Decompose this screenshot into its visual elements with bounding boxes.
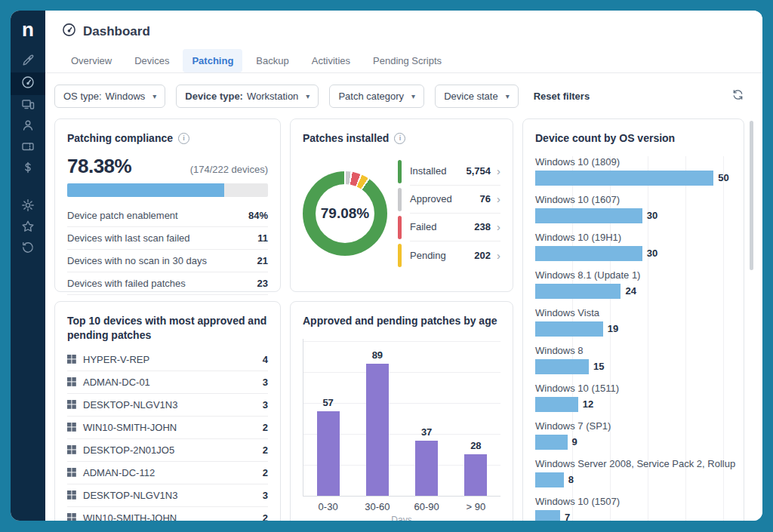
page-title: Dashboard xyxy=(83,24,150,39)
sidebar-item-billing[interactable] xyxy=(11,158,45,180)
device-row[interactable]: WIN10-SMITH-JOHN 2 xyxy=(67,417,268,439)
device-count: 2 xyxy=(263,444,268,456)
device-count: 2 xyxy=(263,467,268,478)
info-icon[interactable]: i xyxy=(178,133,189,144)
device-state-dropdown[interactable]: Device state ▾ xyxy=(435,85,519,108)
device-name: WIN10-SMITH-JOHN xyxy=(83,422,263,433)
os-bar-group: Windows 10 (1511) 12 xyxy=(535,383,731,412)
sidebar-item-users[interactable] xyxy=(11,116,45,137)
sidebar: n xyxy=(11,11,45,521)
rocket-icon xyxy=(21,54,35,70)
os-bar-group: Windows 10 (1607) 30 xyxy=(535,194,731,223)
sidebar-item-tickets[interactable] xyxy=(11,137,45,158)
page-header: Dashboard Overview Devices Patching Back… xyxy=(45,11,762,72)
patch-category-label: Patch category xyxy=(338,91,404,102)
sidebar-item-favorites[interactable] xyxy=(11,217,45,238)
chevron-down-icon: ▾ xyxy=(411,92,415,100)
os-value: 7 xyxy=(565,512,570,521)
legend-label: Pending xyxy=(410,250,474,261)
os-bar-group: Windows Vista 19 xyxy=(535,307,731,337)
os-bar xyxy=(535,510,560,521)
sidebar-item-settings[interactable] xyxy=(11,196,45,217)
os-bar-group: Windows 7 (SP1) 9 xyxy=(535,420,731,450)
device-count: 3 xyxy=(263,377,268,388)
sidebar-item-getting-started[interactable] xyxy=(11,51,45,72)
age-bar-group: 28 xyxy=(454,339,497,496)
stat-row: Device patch enablement 84% xyxy=(67,204,268,227)
bar-value: 57 xyxy=(322,397,333,408)
legend-row-approved[interactable]: Approved 76 › xyxy=(398,186,500,214)
device-row[interactable]: ADMAN-DC-112 2 xyxy=(67,462,268,484)
os-value: 24 xyxy=(625,285,636,297)
history-icon xyxy=(21,241,35,257)
device-row[interactable]: DESKTOP-NLGV1N3 3 xyxy=(67,394,268,417)
device-count-title: Device count by OS version xyxy=(535,131,675,146)
bar-value: 28 xyxy=(470,440,481,451)
legend-row-installed[interactable]: Installed 5,754 › xyxy=(398,158,500,186)
device-row[interactable]: DESKTOP-2N01JO5 2 xyxy=(67,439,268,462)
stat-row: Devices with failed patches 23 xyxy=(67,272,268,295)
page-scrollbar-thumb[interactable] xyxy=(750,121,753,270)
age-bar-group: 89 xyxy=(356,339,399,496)
legend-row-pending[interactable]: Pending 202 › xyxy=(398,241,500,269)
chevron-down-icon: ▾ xyxy=(506,92,510,100)
os-label: Windows 10 (19H1) xyxy=(535,232,731,243)
donut-center-label: 79.08% xyxy=(303,171,387,256)
refresh-icon[interactable] xyxy=(731,88,744,104)
age-axis-ticks: 0-30 30-60 60-90 > 90 xyxy=(303,501,500,512)
chevron-down-icon: ▾ xyxy=(306,92,310,100)
os-type-dropdown[interactable]: OS type: Windows ▾ xyxy=(54,85,165,108)
tab-overview[interactable]: Overview xyxy=(62,49,121,72)
legend-row-failed[interactable]: Failed 238 › xyxy=(398,214,500,241)
device-name: HYPER-V-REP xyxy=(83,354,263,365)
device-row[interactable]: HYPER-V-REP 4 xyxy=(67,349,268,371)
device-row[interactable]: WIN10-SMITH-JOHN 2 xyxy=(67,507,268,521)
info-icon[interactable]: i xyxy=(394,133,405,144)
tab-devices[interactable]: Devices xyxy=(125,49,178,72)
os-bar xyxy=(535,359,589,374)
dashboard-title-icon xyxy=(62,23,76,40)
axis-tick: 0-30 xyxy=(307,501,350,512)
os-label: Windows Server 2008, Service Pack 2, Rol… xyxy=(535,458,731,469)
stat-value: 11 xyxy=(257,232,268,244)
sidebar-item-dashboard[interactable] xyxy=(11,72,45,95)
patches-installed-title: Patches installed xyxy=(303,131,389,146)
top-devices-list: HYPER-V-REP 4 ADMAN-DC-01 3 DESKTOP-NLGV… xyxy=(67,349,268,521)
os-bar xyxy=(535,208,642,223)
patches-installed-card: Patches installed i 79.08% Installed 5,7… xyxy=(290,118,513,292)
stat-label: Devices with failed patches xyxy=(67,278,186,289)
legend-label: Failed xyxy=(410,221,474,232)
windows-logo-icon xyxy=(67,490,76,500)
os-bar-group: Windows Server 2008, Service Pack 2, Rol… xyxy=(535,458,731,487)
reset-filters-button[interactable]: Reset filters xyxy=(534,91,590,102)
device-row[interactable]: ADMAN-DC-01 3 xyxy=(67,371,268,394)
dashboard-gauge-icon xyxy=(21,75,35,92)
star-icon xyxy=(21,220,35,236)
legend-color-bar xyxy=(398,244,402,267)
tab-backup[interactable]: Backup xyxy=(247,49,297,72)
compliance-progress-bar xyxy=(67,183,268,197)
tab-patching[interactable]: Patching xyxy=(183,49,242,72)
os-type-value: Windows xyxy=(106,91,146,102)
axis-tick: 30-60 xyxy=(356,501,399,512)
sidebar-item-history[interactable] xyxy=(11,238,45,260)
tab-pending-scripts[interactable]: Pending Scripts xyxy=(364,49,451,72)
patch-category-dropdown[interactable]: Patch category ▾ xyxy=(329,85,424,108)
age-bar-group: 37 xyxy=(405,339,448,496)
patching-compliance-card: Patching compliance i 78.38% (174/222 de… xyxy=(54,118,281,292)
device-type-dropdown[interactable]: Device type: Workstation ▾ xyxy=(176,85,319,108)
chevron-right-icon: › xyxy=(497,192,500,205)
compliance-device-count: (174/222 devices) xyxy=(190,164,268,175)
os-value: 12 xyxy=(583,398,593,410)
sidebar-item-devices[interactable] xyxy=(11,95,45,116)
device-row[interactable]: DESKTOP-NLGV1N3 3 xyxy=(67,484,268,507)
os-bar xyxy=(535,435,568,450)
legend-color-bar xyxy=(398,160,402,183)
patching-compliance-title: Patching compliance xyxy=(67,131,173,146)
windows-logo-icon xyxy=(67,445,76,454)
axis-tick: > 90 xyxy=(454,501,497,512)
windows-logo-icon xyxy=(67,513,76,521)
os-value: 30 xyxy=(647,210,658,221)
device-count: 4 xyxy=(263,354,268,365)
tab-activities[interactable]: Activities xyxy=(303,49,359,72)
